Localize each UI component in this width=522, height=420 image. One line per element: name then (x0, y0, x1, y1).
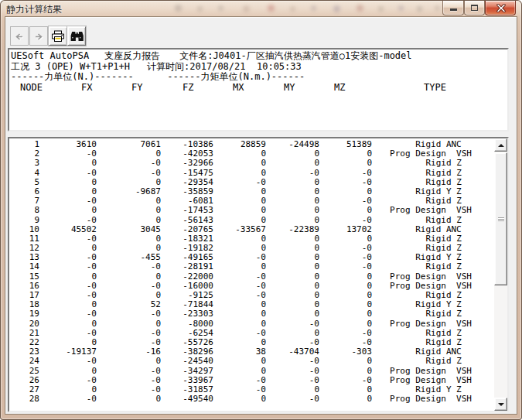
cell: 0 (319, 291, 372, 300)
load-case: 工况 3 (OPE) W+T1+P1+H (11, 61, 130, 72)
cell: -0 (97, 159, 161, 168)
cell: 0 (97, 196, 161, 206)
cell: -0 (319, 178, 372, 187)
cell: -22389 (266, 225, 319, 234)
result-table-panel: 136107061-1038628859-2449851389Rigid ANC… (8, 137, 509, 412)
cell: 0 (266, 159, 319, 168)
cell: 0 (213, 159, 266, 168)
back-button[interactable] (10, 26, 29, 46)
close-icon (496, 4, 506, 12)
table-row: 1500-22000-000Prog Design VSH (9, 272, 494, 282)
maximize-icon (471, 5, 478, 11)
cell: -0 (97, 169, 161, 178)
cell: -0 (266, 357, 319, 366)
cell: 0 (213, 206, 266, 215)
cell: 0 (319, 282, 372, 291)
units-line: ------力单位(N.)------- ------力矩单位(N.m.)---… (9, 72, 507, 83)
cell: -17453 (161, 206, 213, 215)
scroll-up-button[interactable] (494, 138, 507, 152)
cell: 0 (266, 262, 319, 271)
cell: -0 (213, 329, 266, 338)
cell: 0 (39, 206, 97, 215)
print-button[interactable] (49, 26, 67, 46)
cell: -303 (319, 347, 372, 357)
report-header-panel: UESoft AutoPSA支座反力报告文件名:J0401-厂区抽汽供热蒸汽管道… (8, 48, 509, 131)
cell: 0 (266, 309, 319, 319)
column-header: FZ (183, 83, 193, 94)
cell: -0 (39, 291, 97, 300)
cell: 7061 (97, 140, 161, 149)
cell: 51389 (319, 140, 372, 149)
column-header: NODE (20, 83, 43, 94)
cell: -0 (39, 216, 97, 225)
cell: 0 (319, 385, 372, 394)
find-button[interactable] (67, 26, 86, 46)
cell: 24 (9, 357, 39, 366)
cell: 15 (9, 272, 39, 282)
report-header-text: UESoft AutoPSA支座反力报告文件名:J0401-厂区抽汽供热蒸汽管道… (9, 51, 507, 93)
cell: 0 (213, 262, 266, 271)
column-header: MX (233, 83, 244, 94)
vertical-scrollbar[interactable] (494, 138, 507, 411)
maximize-button[interactable] (464, 1, 485, 15)
cell: -56143 (161, 216, 213, 225)
cell: 0 (319, 367, 372, 376)
table-row: 800-17453000Prog Design VSH (9, 206, 494, 215)
cell: -0 (97, 282, 161, 291)
binoculars-icon (70, 31, 84, 42)
cell: 0 (266, 291, 319, 300)
forward-button[interactable] (29, 26, 48, 46)
cell: 0 (319, 159, 372, 168)
cell: -0 (39, 196, 97, 206)
cell: 0 (213, 187, 266, 196)
cell: -0 (39, 394, 97, 404)
cell: 25 (9, 367, 39, 376)
cell: -0 (213, 253, 266, 262)
cell: 0 (266, 196, 319, 206)
cell: -0 (266, 169, 319, 178)
cell: Rigid Z (372, 216, 472, 225)
cell: 0 (213, 367, 266, 376)
cell: -0 (213, 385, 266, 394)
table-row: 19-0-0-23303000Rigid Z (9, 309, 494, 319)
cell: -0 (266, 376, 319, 385)
cell: -0 (39, 169, 97, 178)
cell: 0 (266, 272, 319, 282)
cell: -0 (319, 216, 372, 225)
cell: -24540 (161, 357, 213, 366)
file-name: 文件名:J0401-厂区抽汽供热蒸汽管道○1安装图-model (179, 50, 411, 61)
cell: Prog Design VSH (372, 394, 472, 404)
cell: 0 (266, 216, 319, 225)
column-header: TYPE (424, 83, 446, 94)
close-button[interactable] (485, 1, 516, 15)
scrollbar-thumb[interactable] (494, 152, 507, 285)
cell: -0 (39, 357, 97, 366)
cell: 14 (9, 262, 39, 271)
cell: 0 (319, 272, 372, 282)
cell: -0 (97, 309, 161, 319)
cell: -0 (319, 169, 372, 178)
cell: 0 (39, 159, 97, 168)
cell: 0 (213, 300, 266, 309)
table-row: 18052-71844000Rigid Y Z (9, 300, 494, 309)
cell: -24498 (266, 140, 319, 149)
cell: -49540 (161, 394, 213, 404)
cell: 13702 (319, 225, 372, 234)
cell: 28 (9, 394, 39, 404)
cell: -0 (39, 376, 97, 385)
scroll-down-button[interactable] (494, 398, 507, 411)
titlebar[interactable]: 静力计算结果 (0, 0, 522, 17)
table-row: 2-00-42053000Prog Design VSH (9, 149, 494, 159)
cell: 9 (9, 216, 39, 225)
cell: -32966 (161, 159, 213, 168)
cell: -0 (39, 262, 97, 271)
table-row: 10455023045-20765-33567-2238913702Rigid … (9, 225, 494, 234)
cell: 0 (319, 206, 372, 215)
cell: 0 (213, 149, 266, 159)
minimize-button[interactable] (442, 1, 464, 15)
cell: 0 (213, 394, 266, 404)
table-row: 13-0-455-49165-00-0Rigid Y Z (9, 253, 494, 262)
cell: 0 (213, 196, 266, 206)
cell: -23303 (161, 309, 213, 319)
cell: -0 (319, 376, 372, 385)
